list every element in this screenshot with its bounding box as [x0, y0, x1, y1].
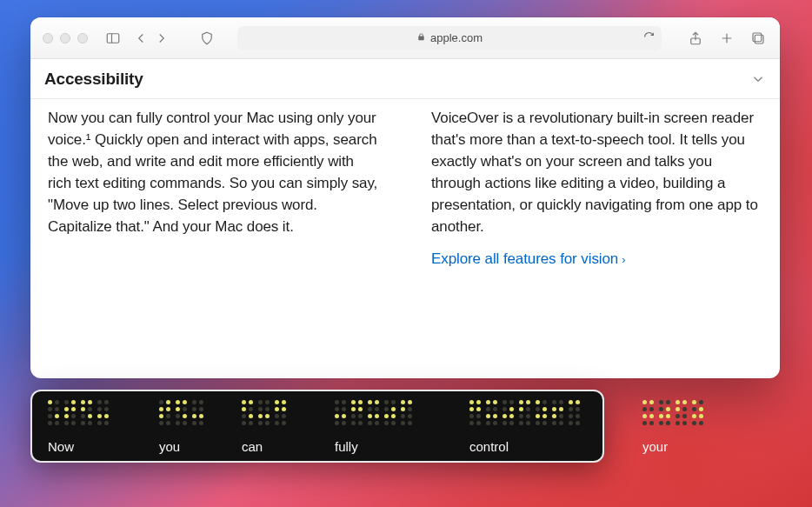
braille-dot [659, 407, 663, 411]
braille-word-label: your [642, 439, 703, 454]
braille-dot [526, 407, 530, 411]
braille-cell [192, 400, 203, 425]
braille-cell [401, 400, 412, 425]
braille-dot-raised [71, 400, 76, 404]
braille-dot-raised [536, 414, 540, 418]
sidebar-icon[interactable] [103, 29, 123, 48]
braille-dot-raised [81, 407, 85, 411]
braille-dot-raised [493, 414, 497, 418]
braille-cell [64, 400, 76, 425]
braille-dot-raised [542, 414, 547, 418]
braille-dot-raised [64, 407, 69, 411]
braille-dot [249, 421, 253, 425]
braille-dot [576, 414, 580, 418]
braille-cell [519, 400, 530, 425]
page-content: Now you can fully control your Mac using… [30, 99, 780, 378]
braille-cell [48, 400, 59, 425]
braille-word-group [469, 400, 580, 425]
braille-dot [642, 407, 647, 411]
braille-dot [351, 421, 356, 425]
chevron-down-icon[interactable] [750, 71, 766, 87]
privacy-report-icon[interactable] [197, 29, 216, 48]
braille-words-row: Nowyoucanfullycontrolyour [48, 439, 587, 454]
braille-dot [71, 414, 76, 418]
braille-dot [649, 407, 654, 411]
braille-word-label: can [242, 439, 286, 454]
braille-dot-raised [666, 414, 670, 418]
braille-word-label: control [469, 439, 580, 454]
braille-dot [384, 407, 389, 411]
braille-dot-raised [542, 407, 547, 411]
braille-dot-raised [48, 400, 52, 404]
braille-dot-raised [358, 407, 363, 411]
braille-dot [275, 414, 279, 418]
braille-dot [342, 400, 346, 404]
back-button[interactable] [131, 29, 150, 48]
braille-dot-raised [351, 400, 356, 404]
braille-dot [476, 414, 481, 418]
braille-dot-raised [242, 407, 246, 411]
braille-dot [469, 421, 474, 425]
braille-word-label: you [159, 439, 203, 454]
braille-dot-raised [401, 400, 405, 404]
braille-dot-raised [401, 407, 405, 411]
content-column-left: Now you can fully control your Mac using… [48, 108, 379, 363]
braille-dot [375, 421, 379, 425]
svg-rect-5 [755, 35, 763, 43]
braille-dot-raised [176, 400, 180, 404]
braille-cell [275, 400, 286, 425]
braille-dot [542, 421, 547, 425]
braille-dot [176, 414, 180, 418]
braille-dot [48, 407, 52, 411]
braille-dot [97, 400, 102, 404]
zoom-window-button[interactable] [77, 33, 88, 43]
braille-dot [199, 407, 203, 411]
minimize-window-button[interactable] [60, 33, 70, 43]
braille-dot-raised [375, 400, 379, 404]
braille-dot-raised [576, 400, 580, 404]
reload-icon[interactable] [643, 31, 655, 45]
braille-dot [526, 421, 530, 425]
braille-word-group [242, 400, 286, 425]
braille-dot [342, 421, 346, 425]
braille-dot [368, 421, 372, 425]
braille-dot [493, 407, 497, 411]
braille-dot-raised [282, 400, 286, 404]
braille-dot [97, 407, 102, 411]
forward-button[interactable] [152, 29, 171, 48]
braille-dot [258, 421, 263, 425]
braille-dot [242, 421, 246, 425]
braille-word-label: Now [48, 439, 109, 454]
braille-dot-raised [368, 400, 372, 404]
braille-dot-raised [335, 414, 339, 418]
new-tab-icon[interactable] [717, 29, 736, 48]
braille-dot-raised [569, 400, 573, 404]
braille-dot-raised [384, 414, 389, 418]
braille-cell [159, 400, 170, 425]
explore-vision-link[interactable]: Explore all features for vision › [431, 249, 625, 270]
tabs-overview-icon[interactable] [749, 29, 768, 48]
braille-dot [249, 407, 253, 411]
braille-dot [391, 400, 396, 404]
braille-dot [358, 414, 363, 418]
braille-dot-raised [71, 407, 76, 411]
braille-dot-raised [682, 400, 687, 404]
braille-dot-raised [486, 400, 490, 404]
braille-dot-raised [692, 400, 696, 404]
braille-dot [408, 414, 412, 418]
braille-dot-raised [249, 400, 253, 404]
braille-dot-raised [97, 414, 102, 418]
share-icon[interactable] [686, 29, 705, 48]
close-window-button[interactable] [43, 33, 53, 43]
braille-dot-raised [676, 407, 680, 411]
braille-dot-raised [81, 400, 85, 404]
braille-dot-raised [55, 414, 59, 418]
braille-dot [166, 421, 170, 425]
braille-dot [509, 400, 514, 404]
braille-dot [536, 421, 540, 425]
braille-dot [559, 421, 563, 425]
address-bar[interactable]: apple.com [237, 26, 662, 50]
braille-dot-raised [249, 414, 253, 418]
braille-dot [81, 414, 85, 418]
braille-dot-raised [275, 407, 279, 411]
